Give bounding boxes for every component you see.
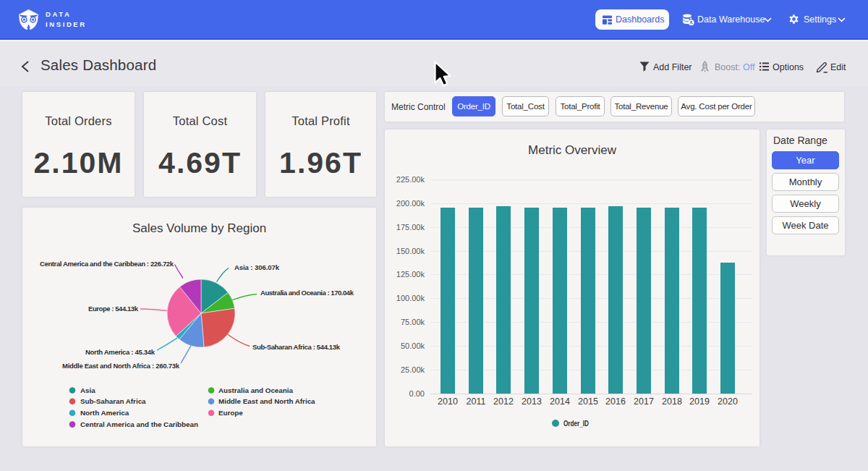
svg-text:Central America and the Caribb: Central America and the Caribbean : 226.…: [40, 260, 174, 268]
svg-text:Europe: Europe: [218, 409, 243, 417]
svg-text:Asia : 306.07k: Asia : 306.07k: [234, 263, 280, 271]
svg-text:Asia: Asia: [80, 386, 95, 394]
svg-text:Australia and Oceania : 170.04: Australia and Oceania : 170.04k: [260, 289, 354, 297]
svg-text:North America : 45.34k: North America : 45.34k: [85, 348, 156, 356]
svg-text:Sub-Saharan Africa : 544.13k: Sub-Saharan Africa : 544.13k: [252, 343, 341, 351]
svg-text:Sub-Saharan Africa: Sub-Saharan Africa: [80, 397, 146, 405]
svg-text:Middle East and North Africa :: Middle East and North Africa : 260.73k: [62, 362, 180, 370]
svg-text:North America: North America: [80, 409, 129, 417]
svg-text:Central America and the Caribb: Central America and the Caribbean: [80, 420, 198, 428]
svg-text:Europe : 544.13k: Europe : 544.13k: [88, 305, 139, 313]
svg-text:Order_ID: Order_ID: [563, 419, 589, 428]
svg-text:Australia and Oceania: Australia and Oceania: [218, 386, 293, 394]
svg-text:Middle East and North Africa: Middle East and North Africa: [218, 397, 315, 405]
